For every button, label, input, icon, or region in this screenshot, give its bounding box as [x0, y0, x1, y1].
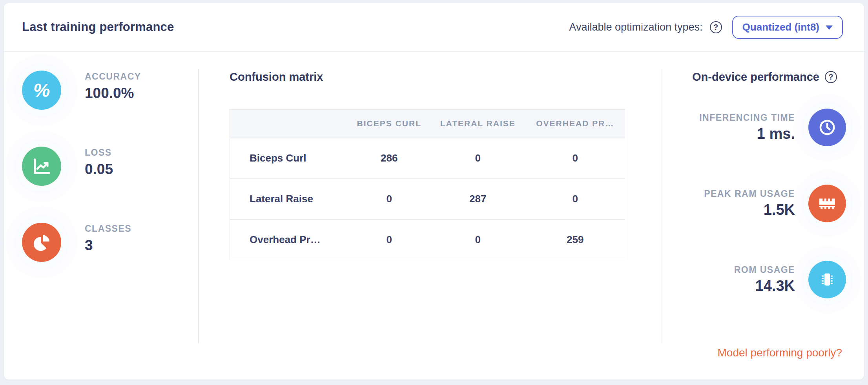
device-item-peak-ram: PEAK RAM USAGE 1.5K: [662, 185, 864, 222]
pie-chart-icon: [22, 223, 61, 262]
cell-value: 0: [526, 179, 625, 220]
on-device-performance-title: On-device performance: [692, 71, 819, 84]
cell-value: 259: [526, 220, 625, 260]
on-device-performance-header: On-device performance ?: [662, 71, 864, 84]
table-row: Lateral Raise 0 287 0: [230, 179, 625, 220]
cell-value: 0: [348, 220, 430, 260]
card-body: % ACCURACY 100.0% LOSS 0.05: [4, 52, 864, 380]
row-label-lateral-raise: Lateral Raise: [230, 179, 348, 220]
loss-value: 0.05: [85, 161, 113, 178]
col-header-biceps-curl: BICEPS CURL: [348, 110, 430, 138]
device-item-rom: ROM USAGE 14.3K: [662, 261, 864, 298]
optimization-help-icon[interactable]: ?: [710, 21, 722, 33]
ram-icon: [808, 185, 846, 222]
optimization-type-value: Quantized (int8): [742, 21, 819, 33]
chevron-down-icon: [826, 25, 833, 30]
rom-usage-value: 14.3K: [734, 278, 795, 294]
rom-usage-label: ROM USAGE: [734, 265, 795, 275]
device-item-inferencing-time: INFERENCING TIME 1 ms.: [662, 109, 864, 146]
metric-classes: CLASSES 3: [22, 223, 141, 262]
cell-value: 286: [348, 138, 430, 179]
on-device-help-icon[interactable]: ?: [825, 71, 837, 83]
row-label-biceps-curl: Biceps Curl: [230, 138, 348, 179]
accuracy-label: ACCURACY: [85, 71, 141, 82]
confusion-matrix-table: BICEPS CURL LATERAL RAISE OVERHEAD PR… B…: [230, 109, 625, 260]
header-right: Available optimization types: ? Quantize…: [569, 16, 843, 39]
confusion-matrix-title: Confusion matrix: [230, 71, 625, 84]
training-performance-card: Last training performance Available opti…: [4, 3, 864, 380]
loss-label: LOSS: [85, 147, 113, 158]
metric-loss: LOSS 0.05: [22, 147, 141, 186]
percent-icon: %: [22, 71, 61, 110]
chart-line-icon: [22, 147, 61, 186]
peak-ram-usage-value: 1.5K: [704, 202, 795, 218]
clock-icon: [808, 109, 846, 146]
chip-icon: [808, 261, 846, 298]
col-header-overhead-press: OVERHEAD PR…: [526, 110, 625, 138]
cell-value: 0: [430, 220, 526, 260]
confusion-matrix-section: Confusion matrix BICEPS CURL LATERAL RAI…: [230, 71, 625, 260]
table-header-row: BICEPS CURL LATERAL RAISE OVERHEAD PR…: [230, 110, 625, 138]
inferencing-time-label: INFERENCING TIME: [699, 113, 795, 123]
accuracy-value: 100.0%: [85, 85, 141, 102]
row-label-overhead-press: Overhead Pr…: [230, 220, 348, 260]
cell-value: 0: [526, 138, 625, 179]
table-row: Overhead Pr… 0 0 259: [230, 220, 625, 260]
inferencing-time-value: 1 ms.: [699, 125, 795, 142]
table-row: Biceps Curl 286 0 0: [230, 138, 625, 179]
model-performing-poorly-link[interactable]: Model performing poorly?: [718, 347, 842, 359]
classes-label: CLASSES: [85, 223, 131, 234]
divider-left: [198, 69, 199, 343]
col-header-lateral-raise: LATERAL RAISE: [430, 110, 526, 138]
page-title: Last training performance: [22, 20, 174, 34]
cell-value: 0: [348, 179, 430, 220]
cell-value: 0: [430, 138, 526, 179]
metrics-column: % ACCURACY 100.0% LOSS 0.05: [22, 71, 141, 299]
metric-accuracy: % ACCURACY 100.0%: [22, 71, 141, 110]
col-header-empty: [230, 110, 348, 138]
optimization-types-label: Available optimization types:: [569, 21, 702, 33]
optimization-type-dropdown[interactable]: Quantized (int8): [732, 16, 843, 39]
card-header: Last training performance Available opti…: [4, 3, 864, 52]
cell-value: 287: [430, 179, 526, 220]
classes-value: 3: [85, 237, 131, 254]
peak-ram-usage-label: PEAK RAM USAGE: [704, 189, 795, 199]
on-device-performance-section: On-device performance ? INFERENCING TIME…: [662, 71, 864, 337]
